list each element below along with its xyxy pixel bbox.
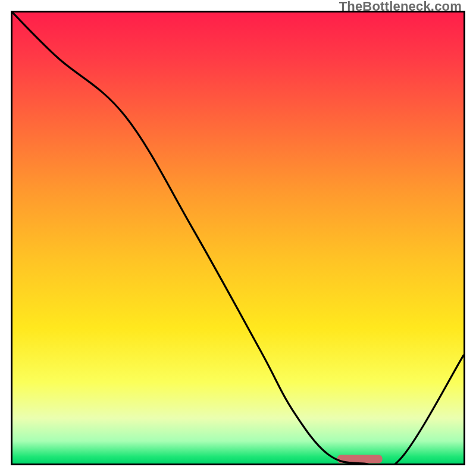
- chart-svg: [12, 12, 464, 464]
- gradient-backdrop: [12, 12, 464, 464]
- chart-frame: [11, 11, 465, 465]
